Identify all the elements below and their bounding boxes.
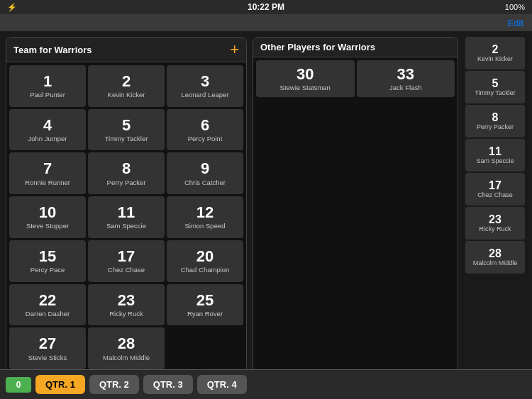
main-content: Team for Warriors + 1Paul Punter2Kevin K… xyxy=(0,31,532,378)
score-badge: 0 xyxy=(6,377,31,393)
team-player-cell[interactable]: 22Darren Dasher xyxy=(9,284,86,326)
other-player-grid: 30Stewie Statsman33Jack Flash xyxy=(253,57,458,100)
team-player-cell[interactable]: 23Ricky Ruck xyxy=(88,284,165,326)
team-player-cell[interactable]: 4John Jumper xyxy=(9,109,86,151)
player-number: 5 xyxy=(122,117,131,134)
player-name: Darren Dasher xyxy=(26,310,70,317)
quarter-button[interactable]: QTR. 2 xyxy=(89,375,139,394)
player-name: Kevin Kicker xyxy=(108,91,145,99)
team-player-cell[interactable]: 12Simon Speed xyxy=(167,196,243,238)
team-player-cell[interactable]: 8Perry Packer xyxy=(88,152,165,194)
player-number: 3 xyxy=(201,73,209,90)
quarter-button[interactable]: QTR. 4 xyxy=(197,375,247,394)
team-player-cell[interactable]: 25Ryan Rover xyxy=(167,284,243,326)
edit-button[interactable]: Edit xyxy=(508,18,523,28)
quarter-button[interactable]: QTR. 1 xyxy=(35,375,85,394)
player-number: 8 xyxy=(122,160,131,177)
team-player-cell[interactable]: 6Percy Point xyxy=(167,109,243,151)
team-panel: Team for Warriors + 1Paul Punter2Kevin K… xyxy=(6,37,247,373)
player-number: 4 xyxy=(43,117,52,134)
side-player-number: 8 xyxy=(492,111,499,124)
side-player-name: Timmy Tackler xyxy=(475,89,516,97)
team-panel-title: Team for Warriors xyxy=(13,45,92,55)
team-player-cell[interactable]: 1Paul Punter xyxy=(9,65,86,107)
team-panel-header: Team for Warriors + xyxy=(6,38,246,62)
team-player-cell[interactable]: 5Timmy Tackler xyxy=(88,109,165,151)
side-player-number: 11 xyxy=(489,145,501,158)
team-player-grid: 1Paul Punter2Kevin Kicker3Leonard Leaper… xyxy=(6,62,246,372)
player-number: 7 xyxy=(43,160,52,177)
side-player-number: 28 xyxy=(489,247,501,260)
player-name: Ryan Rover xyxy=(187,310,223,317)
side-player-name: Perry Packer xyxy=(477,123,514,131)
team-player-cell[interactable]: 11Sam Speccie xyxy=(88,196,165,238)
nav-bar: Edit xyxy=(0,14,532,31)
side-player-cell[interactable]: 17Chez Chase xyxy=(465,173,525,206)
player-number: 12 xyxy=(196,204,214,221)
add-player-button[interactable]: + xyxy=(230,42,239,57)
player-name: Steve Stopper xyxy=(26,222,69,230)
player-name: Leonard Leaper xyxy=(181,91,228,99)
side-player-cell[interactable]: 11Sam Speccie xyxy=(465,139,525,172)
player-name: Percy Pace xyxy=(31,266,65,274)
team-player-cell[interactable]: 15Percy Pace xyxy=(9,240,86,282)
player-number: 2 xyxy=(122,73,131,90)
player-name: Chris Catcher xyxy=(184,179,226,186)
bottom-bar: 0 QTR. 1QTR. 2QTR. 3QTR. 4 xyxy=(0,369,532,399)
side-player-number: 23 xyxy=(489,213,501,226)
team-player-cell[interactable]: 10Steve Stopper xyxy=(9,196,86,238)
team-player-cell[interactable]: 2Kevin Kicker xyxy=(88,65,165,107)
team-player-cell[interactable]: 27Stevie Sticks xyxy=(9,327,86,369)
other-panel-title: Other Players for Warriors xyxy=(260,42,375,52)
player-name: Paul Punter xyxy=(30,91,65,99)
player-number: 27 xyxy=(39,335,56,352)
quarter-buttons: QTR. 1QTR. 2QTR. 3QTR. 4 xyxy=(35,375,247,394)
side-player-cell[interactable]: 23Ricky Ruck xyxy=(465,207,525,240)
player-name: Jack Flash xyxy=(389,84,421,91)
side-player-number: 17 xyxy=(489,179,501,192)
side-player-name: Sam Speccie xyxy=(476,157,514,165)
player-name: Timmy Tackler xyxy=(105,135,148,142)
team-player-cell[interactable]: 20Chad Champion xyxy=(167,240,243,282)
player-name: John Jumper xyxy=(28,135,67,142)
player-number: 17 xyxy=(118,248,135,265)
side-player-name: Malcolm Middle xyxy=(473,259,518,267)
side-player-cell[interactable]: 5Timmy Tackler xyxy=(465,71,525,103)
side-player-name: Kevin Kicker xyxy=(477,55,513,63)
player-number: 1 xyxy=(43,73,52,90)
side-player-number: 2 xyxy=(492,43,499,56)
other-player-cell[interactable]: 30Stewie Statsman xyxy=(256,60,355,97)
player-name: Sam Speccie xyxy=(106,222,146,230)
other-player-cell[interactable]: 33Jack Flash xyxy=(357,60,455,97)
status-bar: ⚡ 10:22 PM 100% xyxy=(0,0,532,14)
player-name: Stevie Sticks xyxy=(28,354,67,361)
player-number: 11 xyxy=(118,204,135,221)
side-player-cell[interactable]: 8Perry Packer xyxy=(465,105,525,137)
status-time: 10:22 PM xyxy=(248,2,284,12)
quarter-button[interactable]: QTR. 3 xyxy=(143,375,193,394)
app-name: ⚡ xyxy=(7,3,17,12)
team-player-cell[interactable]: 28Malcolm Middle xyxy=(88,327,165,369)
player-name: Ricky Ruck xyxy=(109,310,143,317)
team-player-cell[interactable]: 17Chez Chase xyxy=(88,240,165,282)
player-name: Chad Champion xyxy=(181,266,230,274)
player-number: 25 xyxy=(196,292,214,309)
other-players-panel: Other Players for Warriors 30Stewie Stat… xyxy=(253,37,458,373)
other-panel-header: Other Players for Warriors xyxy=(253,38,458,57)
player-number: 20 xyxy=(196,248,214,265)
player-number: 22 xyxy=(39,292,56,309)
player-number: 23 xyxy=(118,292,135,309)
team-player-cell[interactable]: 9Chris Catcher xyxy=(167,152,243,194)
side-player-number: 5 xyxy=(492,77,499,90)
team-player-cell[interactable]: 7Ronnie Runner xyxy=(9,152,86,194)
player-number: 33 xyxy=(397,66,414,83)
team-player-cell[interactable]: 3Leonard Leaper xyxy=(167,65,243,107)
player-name: Chez Chase xyxy=(108,266,145,274)
side-player-cell[interactable]: 2Kevin Kicker xyxy=(465,37,525,69)
battery-indicator: 100% xyxy=(505,3,525,11)
player-name: Ronnie Runner xyxy=(25,179,70,186)
player-number: 9 xyxy=(201,160,209,177)
player-number: 6 xyxy=(201,117,209,134)
side-player-cell[interactable]: 28Malcolm Middle xyxy=(465,241,525,274)
player-number: 10 xyxy=(39,204,56,221)
